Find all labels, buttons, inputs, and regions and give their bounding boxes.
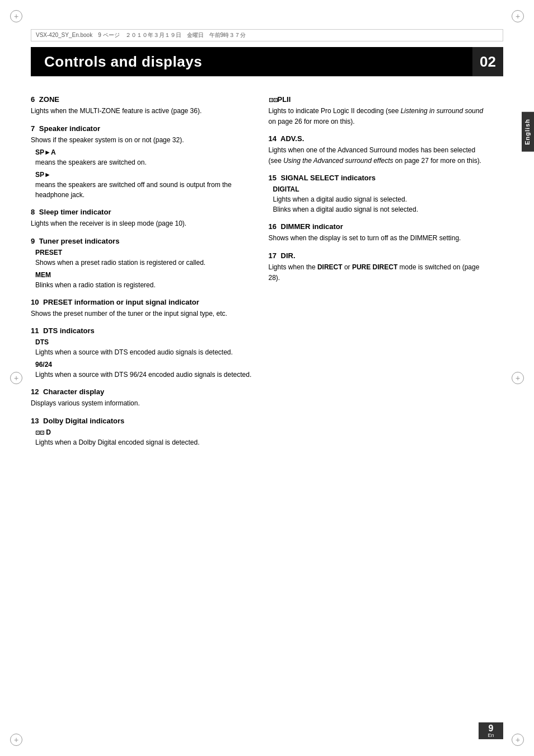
section-9-sub2-body: Blinks when a radio station is registere… [35, 280, 252, 290]
section-11-sub1-body: Lights when a source with DTS encoded au… [35, 347, 252, 357]
section-plii-body: Lights to indicate Pro Logic II decoding… [269, 106, 490, 127]
section-16: 16 DIMMER indicator Shows when the displ… [269, 222, 490, 244]
section-11: 11 DTS indicators DTS Lights when a sour… [31, 326, 252, 380]
section-plii-title: ⊡⊡PLII [269, 95, 490, 104]
section-15-sub1-body: Lights when a digital audio signal is se… [273, 194, 490, 214]
reg-mark-mid-right [512, 372, 524, 384]
right-column: ⊡⊡PLII Lights to indicate Pro Logic II d… [269, 90, 490, 722]
section-9-title: 9 Tuner preset indicators [31, 237, 252, 245]
section-11-sub1: DTS Lights when a source with DTS encode… [35, 338, 252, 357]
page-number-box: 9 En [479, 722, 503, 739]
section-11-title: 11 DTS indicators [31, 326, 252, 335]
reg-mark-top-right [512, 10, 524, 22]
left-column: 6 ZONE Lights when the MULTI-ZONE featur… [31, 90, 252, 722]
section-9: 9 Tuner preset indicators PRESET Shows w… [31, 237, 252, 290]
section-7-sub2-body: means the speakers are switched off and … [35, 180, 252, 200]
chapter-number: 02 [480, 53, 496, 71]
page-lang: En [488, 733, 494, 738]
section-11-sub2-title: 96/24 [35, 361, 252, 368]
section-10: 10 PRESET information or input signal in… [31, 298, 252, 319]
section-15: 15 SIGNAL SELECT indicators DIGITAL Ligh… [269, 174, 490, 214]
section-7-body: Shows if the speaker system is on or not… [31, 135, 252, 146]
section-13-title: 13 Dolby Digital indicators [31, 417, 252, 425]
section-7-sub2-title: SP► [35, 171, 252, 179]
reg-mark-bottom-right [512, 734, 524, 746]
reg-mark-mid-left [10, 372, 22, 384]
reg-mark-top-left [10, 10, 22, 22]
section-7-sub2: SP► means the speakers are switched off … [35, 171, 252, 200]
section-9-sub1-body: Shows when a preset radio station is reg… [35, 258, 252, 268]
section-11-sub2-body: Lights when a source with DTS 96/24 enco… [35, 370, 252, 380]
section-12-body: Displays various system information. [31, 398, 252, 409]
section-9-sub2-title: MEM [35, 271, 252, 279]
section-17: 17 DIR. Lights when the DIRECT or PURE D… [269, 251, 490, 283]
section-8-title: 8 Sleep timer indicator [31, 208, 252, 216]
section-6: 6 ZONE Lights when the MULTI-ZONE featur… [31, 95, 252, 116]
section-17-body: Lights when the DIRECT or PURE DIRECT mo… [269, 262, 490, 283]
chapter-number-box: 02 [472, 47, 503, 76]
section-10-body: Shows the preset number of the tuner or … [31, 309, 252, 319]
file-info-text: VSX-420_SY_En.book 9 ページ ２０１０年３月１９日 金曜日 … [36, 31, 246, 39]
reg-mark-bottom-left [10, 734, 22, 746]
section-13-sub1-title: ⊡⊡ D [35, 428, 252, 436]
section-12: 12 Character display Displays various sy… [31, 388, 252, 409]
main-content: 6 ZONE Lights when the MULTI-ZONE featur… [31, 90, 489, 722]
section-6-body: Lights when the MULTI-ZONE feature is ac… [31, 106, 252, 116]
section-11-sub1-title: DTS [35, 338, 252, 346]
section-10-title: 10 PRESET information or input signal in… [31, 298, 252, 306]
section-15-sub1-title: DIGITAL [273, 185, 490, 193]
section-8-body: Lights when the receiver is in sleep mod… [31, 218, 252, 229]
section-16-body: Shows when the display is set to turn of… [269, 233, 490, 244]
section-14-body: Lights when one of the Advanced Surround… [269, 145, 490, 166]
chapter-title: Controls and displays [44, 53, 202, 71]
section-7-sub1-body: means the speakers are switched on. [35, 157, 252, 167]
section-11-sub2: 96/24 Lights when a source with DTS 96/2… [35, 361, 252, 380]
section-7: 7 Speaker indicator Shows if the speaker… [31, 124, 252, 200]
section-14-title: 14 ADV.S. [269, 134, 490, 143]
language-tab: English [522, 112, 534, 152]
section-7-sub1-title: SP►A [35, 148, 252, 156]
section-7-title: 7 Speaker indicator [31, 124, 252, 133]
section-9-sub2: MEM Blinks when a radio station is regis… [35, 271, 252, 290]
section-12-title: 12 Character display [31, 388, 252, 396]
section-15-title: 15 SIGNAL SELECT indicators [269, 174, 490, 182]
section-13-sub1: ⊡⊡ D Lights when a Dolby Digital encoded… [35, 428, 252, 447]
file-info-bar: VSX-420_SY_En.book 9 ページ ２０１０年３月１９日 金曜日 … [31, 29, 503, 41]
section-14: 14 ADV.S. Lights when one of the Advance… [269, 134, 490, 166]
chapter-header: Controls and displays [31, 47, 475, 76]
section-9-sub1: PRESET Shows when a preset radio station… [35, 249, 252, 268]
section-13: 13 Dolby Digital indicators ⊡⊡ D Lights … [31, 417, 252, 447]
section-6-title: 6 ZONE [31, 95, 252, 104]
section-16-title: 16 DIMMER indicator [269, 222, 490, 231]
section-13-sub1-body: Lights when a Dolby Digital encoded sign… [35, 437, 252, 447]
section-8: 8 Sleep timer indicator Lights when the … [31, 208, 252, 229]
section-15-sub1: DIGITAL Lights when a digital audio sign… [273, 185, 490, 214]
section-plii: ⊡⊡PLII Lights to indicate Pro Logic II d… [269, 95, 490, 127]
section-9-sub1-title: PRESET [35, 249, 252, 256]
header-underline [31, 76, 503, 77]
section-17-title: 17 DIR. [269, 251, 490, 260]
section-7-sub1: SP►A means the speakers are switched on. [35, 148, 252, 167]
page-number: 9 [489, 724, 494, 733]
